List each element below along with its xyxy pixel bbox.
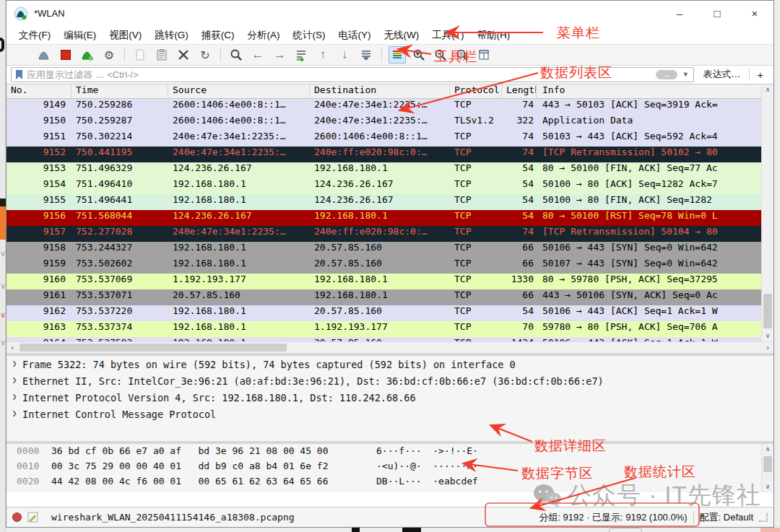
table-row[interactable]: 9161753.53707120.57.85.160192.168.180.1T… [6,289,774,305]
auto-scroll-icon[interactable] [358,46,375,64]
expand-icon[interactable]: ❯ [6,375,22,392]
table-row[interactable]: 9159753.502602192.168.180.120.57.85.160T… [6,258,774,274]
cell-info: 443 → 50106 [SYN, ACK] Seq=0 Ac [537,289,774,305]
go-back-icon[interactable]: ← [249,46,266,64]
expert-info-icon[interactable] [12,513,22,522]
menu-item[interactable]: 捕获(C) [195,29,241,42]
go-last-icon[interactable]: ↓ [336,46,353,64]
cell-info: 50106 → 443 [ACK] Seq=1 Ack=1 W [537,305,774,321]
table-row[interactable]: 9153751.496329124.236.26.167192.168.180.… [6,162,774,178]
menu-item[interactable]: 无线(W) [378,29,426,42]
main-toolbar: ⚙ ↻ ← → ↑ ↓ [6,44,774,66]
scroll-up-icon[interactable]: ∧ [762,84,774,95]
table-row[interactable]: 9152750.441195240e:47e:34e1:2235:…240e:f… [6,147,774,162]
table-row[interactable]: 9151750.302214240e:47e:34e1:2235:…2600:1… [6,131,774,147]
packet-list-vertical-scrollbar[interactable]: ∧ ∨ [761,84,774,341]
table-row[interactable]: 9163753.537374192.168.180.11.192.193.177… [6,321,774,337]
go-to-packet-icon[interactable] [292,46,310,64]
menu-item[interactable]: 跳转(G) [148,29,195,42]
table-row[interactable]: 9149750.2592862600:1406:4e00:8::1…240e:4… [6,99,774,115]
column-header[interactable]: Time [72,84,168,98]
cell-source: 192.168.180.1 [168,178,310,194]
column-header[interactable]: Source [168,84,310,98]
save-file-icon[interactable] [153,46,170,64]
expand-icon[interactable]: ❯ [6,359,22,375]
column-header[interactable]: Info [537,84,774,98]
hex-bytes: 44 42 08 00 4c f6 00 01 00 65 61 62 63 6… [51,476,332,487]
go-forward-icon[interactable]: → [271,46,288,64]
scroll-left-icon[interactable]: ‹ [6,342,18,353]
scrollbar-thumb[interactable] [20,344,287,352]
expression-button[interactable]: 表达式… [698,68,745,81]
open-file-icon[interactable] [131,46,149,64]
cell-protocol: TCP [450,210,502,226]
table-row[interactable]: 9158753.244327192.168.180.120.57.85.160T… [6,242,774,258]
go-first-icon[interactable]: ↑ [314,46,332,64]
reload-file-icon[interactable]: ↻ [196,46,214,64]
scrollbar-thumb[interactable] [763,294,772,328]
close-button[interactable]: × [736,1,774,26]
table-row[interactable]: 9160753.5370691.192.193.177192.168.180.1… [6,274,774,289]
profile-label[interactable]: 配置: Default [700,511,753,524]
capture-options-icon[interactable]: ⚙ [100,46,118,64]
colorize-packets-icon[interactable] [389,46,406,64]
menu-item[interactable]: 文件(F) [12,29,57,42]
menu-item[interactable]: 电话(Y) [332,29,378,42]
menu-item[interactable]: 帮助(H) [470,29,516,42]
scroll-down-icon[interactable]: ∨ [762,481,774,492]
column-header[interactable]: Length [502,84,537,98]
menu-item[interactable]: 工具(T) [425,29,470,42]
apply-filter-icon[interactable]: → [656,70,677,79]
bytes-vertical-scrollbar[interactable]: ∧ ∨ [761,444,774,492]
cell-destination: 124.236.26.167 [310,178,450,194]
menu-item[interactable]: 编辑(E) [57,29,103,42]
table-row[interactable]: 9157752.277028240e:47e:34e1:2235:…240e:f… [6,226,774,242]
expand-icon[interactable]: ❯ [6,409,22,425]
cell-info: 50103 → 443 [ACK] Seq=592 Ack=4 [537,131,774,147]
table-row[interactable]: 9162753.537220192.168.180.120.57.85.160T… [6,305,774,321]
scroll-up-icon[interactable]: ∧ [762,444,774,455]
menu-item[interactable]: 统计(S) [287,29,332,42]
scrollbar-thumb[interactable] [763,456,772,472]
column-header[interactable]: No. [6,84,72,98]
cell-info: 443 → 50103 [ACK] Seq=3919 Ack= [537,99,774,115]
table-row[interactable]: 9156751.568044124.236.26.167192.168.180.… [6,210,774,226]
cell-length: 66 [502,289,537,305]
cell-length: 66 [502,258,537,274]
column-header[interactable]: Destination [310,84,450,98]
menu-item[interactable]: 视图(V) [103,29,148,42]
column-header[interactable]: Protocol [450,84,502,98]
packet-list-horizontal-scrollbar[interactable]: ‹ › [6,341,774,353]
detail-line[interactable]: ❯Frame 5322: 74 bytes on wire (592 bits)… [6,359,774,375]
annotation-pencil-icon[interactable] [27,512,38,523]
add-filter-button[interactable]: + [754,69,769,81]
detail-line[interactable]: ❯Ethernet II, Src: IntelCor_3e:96:21 (a0… [6,375,774,392]
menu-item[interactable]: 分析(A) [241,29,287,42]
zoom-in-icon[interactable] [410,46,428,64]
find-packet-icon[interactable] [228,46,245,64]
scroll-down-icon[interactable]: ∨ [762,331,774,341]
detail-line[interactable]: ❯Internet Protocol Version 4, Src: 192.1… [6,392,774,409]
close-file-icon[interactable] [175,46,192,64]
scroll-right-icon[interactable]: › [762,342,774,353]
filter-dropdown-icon[interactable]: ▼ [680,71,690,78]
packet-list-header: No.TimeSourceDestinationProtocolLengthIn… [6,84,774,99]
expand-icon[interactable]: ❯ [6,392,22,409]
minimize-button[interactable]: – [661,1,698,26]
table-row[interactable]: 9154751.496410192.168.180.1124.236.26.16… [6,178,774,194]
restart-capture-icon[interactable] [79,46,96,64]
resize-columns-icon[interactable] [475,46,493,64]
cell-time: 753.244327 [72,242,168,258]
cell-protocol: TCP [450,178,502,194]
start-capture-icon[interactable] [35,46,53,64]
table-row[interactable]: 9155751.496441192.168.180.1124.236.26.16… [6,194,774,210]
detail-line[interactable]: ❯Internet Control Message Protocol [6,409,774,425]
cell-protocol: TCP [450,242,502,258]
stop-capture-icon[interactable] [57,46,74,64]
table-row[interactable]: 9150750.2592872600:1406:4e00:8::1…240e:4… [6,115,774,131]
cell-length: 74 [502,99,537,115]
resize-grip[interactable] [759,513,768,522]
bookmark-icon[interactable] [14,69,24,80]
hex-row[interactable]: 000036 bd cf 0b 66 e7 a0 af bd 3e 96 21 … [6,445,774,461]
maximize-button[interactable]: □ [698,1,736,26]
